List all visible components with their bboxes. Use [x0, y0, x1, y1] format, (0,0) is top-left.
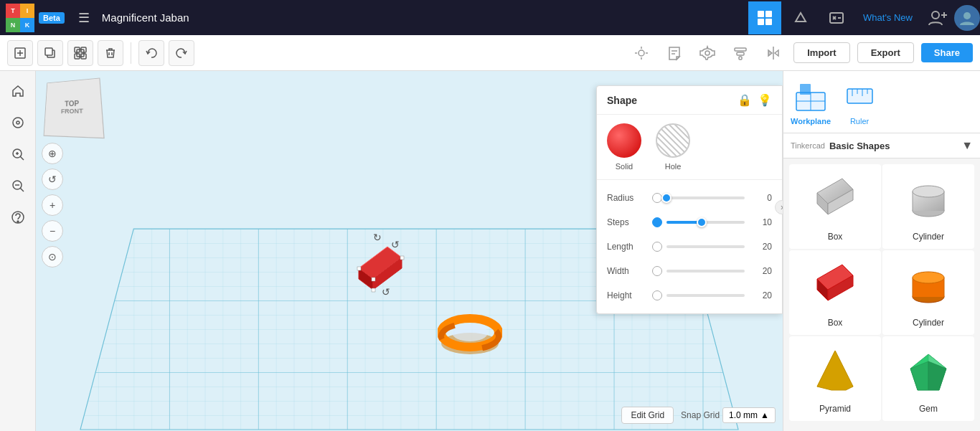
steps-slider[interactable]: [666, 221, 745, 224]
shape-item-cylinder-gray[interactable]: Cylinder: [882, 164, 974, 249]
svg-rect-61: [400, 256, 404, 260]
width-slider[interactable]: [666, 270, 745, 273]
light-source-icon[interactable]: [628, 40, 654, 66]
notes-icon[interactable]: [661, 40, 687, 66]
viewport[interactable]: TOP FRONT ⊕ ↺ + − ⊙: [36, 71, 783, 431]
grid-view-tab[interactable]: [748, 1, 781, 34]
radius-label: Radius: [607, 193, 646, 203]
orbit-button[interactable]: ↺: [42, 169, 63, 190]
duplicate-button[interactable]: [37, 40, 63, 66]
snap-grid-label: Snap Grid: [681, 410, 720, 420]
shape-item-pyramid-yellow[interactable]: Pyramid: [789, 336, 881, 421]
scroll-indicator[interactable]: ›: [775, 200, 783, 214]
radius-circle-handle[interactable]: [652, 193, 662, 203]
steps-circle-handle[interactable]: [652, 217, 662, 227]
main-area: TOP FRONT ⊕ ↺ + − ⊙: [0, 71, 980, 431]
reset-view-button[interactable]: ⊙: [42, 246, 63, 267]
height-slider[interactable]: [666, 294, 745, 297]
length-row: Length 20: [607, 235, 772, 259]
svg-marker-40: [775, 50, 778, 56]
edit-grid-button[interactable]: Edit Grid: [621, 407, 674, 424]
width-control: [652, 266, 745, 276]
shape-panel: Shape 🔒 💡 Solid Hole Radiu: [596, 85, 783, 314]
add-user-icon[interactable]: [923, 4, 951, 32]
tinkercad-logo[interactable]: T I N K: [6, 4, 34, 32]
view-cube[interactable]: TOP FRONT: [43, 78, 100, 136]
svg-point-9: [932, 11, 939, 19]
height-value: 20: [750, 290, 772, 300]
category-dropdown-icon[interactable]: ▼: [961, 139, 973, 152]
width-row: Width 20: [607, 259, 772, 283]
torus-object[interactable]: [438, 308, 502, 358]
shape-panel-title: Shape: [607, 95, 637, 106]
svg-marker-39: [768, 50, 772, 56]
selected-box-object[interactable]: ↻ ↺ ↺: [352, 232, 409, 297]
build-tab[interactable]: [784, 1, 817, 34]
svg-marker-99: [910, 361, 928, 390]
svg-point-42: [17, 121, 19, 124]
delete-button[interactable]: [98, 40, 123, 66]
logo-i: I: [20, 4, 34, 18]
shape-properties: Radius 0 Steps: [597, 180, 782, 313]
redo-button[interactable]: [169, 40, 194, 66]
lock-icon[interactable]: 🔒: [738, 93, 752, 107]
pyramid-yellow-preview: [806, 344, 864, 401]
svg-marker-96: [817, 351, 853, 390]
pan-button[interactable]: ⊕: [42, 143, 63, 164]
length-slider[interactable]: [666, 245, 745, 248]
length-circle-handle[interactable]: [652, 242, 662, 252]
width-circle-handle[interactable]: [652, 266, 662, 276]
group-button[interactable]: [67, 40, 93, 66]
code-tab[interactable]: [820, 1, 853, 34]
hole-type[interactable]: Hole: [656, 123, 690, 171]
minus-button[interactable]: −: [42, 220, 63, 242]
svg-rect-58: [357, 267, 361, 270]
length-control: [652, 242, 745, 252]
toolbar-separator: [131, 42, 131, 64]
project-name[interactable]: Magnificent Jaban: [102, 11, 189, 24]
ruler-tool[interactable]: Ruler: [842, 78, 877, 125]
radius-slider[interactable]: [666, 196, 745, 199]
svg-rect-1: [765, 11, 772, 17]
export-button[interactable]: Export: [857, 42, 914, 63]
import-button[interactable]: Import: [793, 42, 849, 63]
category-source: Tinkercad: [791, 141, 825, 150]
zoom-in-button[interactable]: [5, 141, 31, 167]
snap-value-display[interactable]: 1.0 mm ▲: [722, 407, 776, 423]
svg-rect-59: [372, 278, 375, 281]
workplane-tool[interactable]: Workplane: [791, 78, 831, 125]
length-value: 20: [750, 242, 772, 252]
solid-label: Solid: [616, 162, 633, 171]
new-shape-button[interactable]: [7, 40, 33, 66]
home-view-button[interactable]: [5, 78, 31, 104]
logo-k: K: [20, 18, 34, 32]
flip-icon[interactable]: [760, 40, 786, 66]
box-gray-preview: [806, 171, 864, 229]
height-circle-handle[interactable]: [652, 290, 662, 300]
whats-new-button[interactable]: What's New: [856, 9, 920, 26]
settings-icon[interactable]: [694, 40, 720, 66]
share-button[interactable]: Share: [921, 43, 973, 62]
user-avatar[interactable]: [954, 5, 980, 31]
svg-point-86: [913, 186, 944, 197]
align-icon[interactable]: [727, 40, 753, 66]
undo-button[interactable]: [138, 40, 164, 66]
steps-row: Steps 10: [607, 210, 772, 235]
zoom-out-button[interactable]: [5, 173, 31, 199]
help-button[interactable]: [5, 204, 31, 230]
pyramid-yellow-label: Pyramid: [819, 404, 851, 414]
shape-item-cylinder-orange[interactable]: Cylinder: [882, 250, 974, 335]
width-value: 20: [750, 266, 772, 276]
fit-view-button[interactable]: [5, 110, 31, 136]
solid-type[interactable]: Solid: [607, 123, 641, 171]
height-row: Height 20: [607, 283, 772, 308]
shape-item-box-red[interactable]: Box: [789, 250, 881, 335]
svg-point-13: [963, 12, 971, 19]
shape-item-box-gray[interactable]: Box: [789, 164, 881, 249]
menu-icon[interactable]: ☰: [70, 4, 98, 32]
nav-right: What's New: [748, 1, 980, 34]
plus-button[interactable]: +: [42, 194, 63, 216]
logo-t: T: [6, 4, 20, 18]
shape-item-gem-green[interactable]: Gem: [882, 336, 974, 421]
lightbulb-icon[interactable]: 💡: [758, 93, 772, 107]
